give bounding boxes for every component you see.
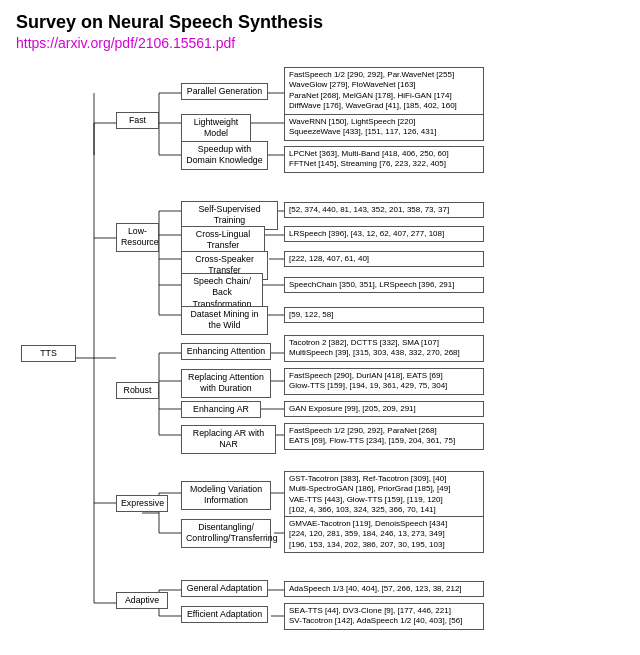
l2-disentangling: Disentangling/Controlling/Transferring xyxy=(181,519,271,548)
l1-low-resource: Low-Resource xyxy=(116,223,159,252)
l1-fast: Fast xyxy=(116,112,159,129)
l2-enhancing-ar: Enhancing AR xyxy=(181,401,261,418)
l2-dataset-mining: Dataset Mining in the Wild xyxy=(181,306,268,335)
l2-speedup-domain: Speedup with Domain Knowledge xyxy=(181,141,268,170)
l1-expressive: Expressive xyxy=(116,495,168,512)
leaf-cross-lingual: LRSpeech [396], [43, 12, 62, 407, 277, 1… xyxy=(284,226,484,242)
l2-enhancing-attn: Enhancing Attention xyxy=(181,343,271,360)
l2-general-adapt: General Adaptation xyxy=(181,580,268,597)
taxonomy-tree: TTS Fast Low-Resource Robust Expressive … xyxy=(16,63,636,653)
l2-efficient-adapt: Efficient Adaptation xyxy=(181,606,268,623)
leaf-speedup-domain: LPCNet [363], Multi-Band [418, 406, 250,… xyxy=(284,146,484,173)
leaf-modeling-var: GST-Tacotron [383], Ref-Tacotron [309], … xyxy=(284,471,484,519)
l2-lightweight: Lightweight Model xyxy=(181,114,251,143)
root-node: TTS xyxy=(21,345,76,362)
leaf-disentangling: GMVAE-Tacotron [119], DenoisSpeech [434]… xyxy=(284,516,484,553)
l2-replacing-attn: Replacing Attention with Duration xyxy=(181,369,271,398)
leaf-lightweight: WaveRNN [150], LightSpeech [220]SqueezeW… xyxy=(284,114,484,141)
l1-adaptive: Adaptive xyxy=(116,592,168,609)
leaf-dataset-mining: [59, 122, 58] xyxy=(284,307,484,323)
l2-parallel-gen: Parallel Generation xyxy=(181,83,268,100)
l2-replacing-ar: Replacing AR with NAR xyxy=(181,425,276,454)
leaf-replacing-ar: FastSpeech 1/2 [290, 292], ParaNet [268]… xyxy=(284,423,484,450)
leaf-general-adapt: AdaSpeech 1/3 [40, 404], [57, 266, 123, … xyxy=(284,581,484,597)
leaf-speech-chain: SpeechChain [350, 351], LRSpeech [396, 2… xyxy=(284,277,484,293)
leaf-enhancing-ar: GAN Exposure [99], [205, 209, 291] xyxy=(284,401,484,417)
page-title: Survey on Neural Speech Synthesis xyxy=(16,12,624,33)
l2-modeling-var: Modeling Variation Information xyxy=(181,481,271,510)
leaf-enhancing-attn: Tacotron 2 [382], DCTTS [332], SMA [107]… xyxy=(284,335,484,362)
l1-robust: Robust xyxy=(116,382,159,399)
leaf-self-supervised: [52, 374, 440, 81, 143, 352, 201, 358, 7… xyxy=(284,202,484,218)
leaf-efficient-adapt: SEA-TTS [44], DV3-Clone [9], [177, 446, … xyxy=(284,603,484,630)
leaf-replacing-attn: FastSpeech [290], DurIAN [418], EATS [69… xyxy=(284,368,484,395)
leaf-parallel-gen: FastSpeech 1/2 [290, 292], Par.WaveNet [… xyxy=(284,67,484,115)
arxiv-url[interactable]: https://arxiv.org/pdf/2106.15561.pdf xyxy=(16,35,624,51)
leaf-cross-speaker: [222, 128, 407, 61, 40] xyxy=(284,251,484,267)
